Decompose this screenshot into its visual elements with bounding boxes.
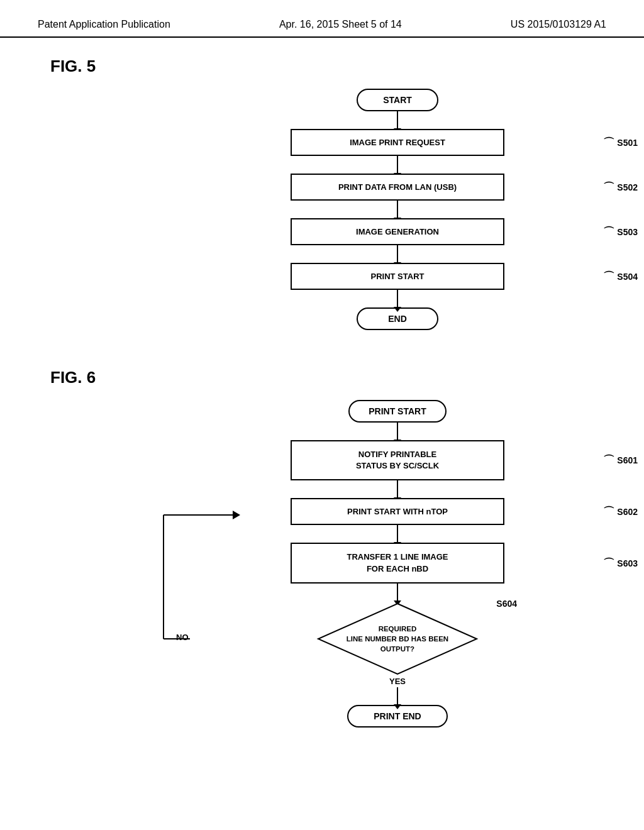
- fig5-step-s501-row: IMAGE PRINT REQUEST ⌒ S501: [126, 129, 644, 156]
- fig6-flowchart: PRINT START NOTIFY PRINTABLESTATUS BY SC…: [126, 400, 644, 728]
- fig5-step-s501: IMAGE PRINT REQUEST: [291, 129, 504, 156]
- fig5-label-s503: ⌒ S503: [603, 224, 638, 240]
- fig6-arrow-1: [397, 423, 398, 440]
- fig5-step-s502: PRINT DATA FROM LAN (USB): [291, 174, 504, 201]
- content-area: FIG. 5 START IMAGE PRINT REQUEST ⌒ S501 …: [0, 38, 644, 746]
- fig6-label-s604: S604: [496, 599, 517, 609]
- hook-icon-3: ⌒: [603, 224, 614, 240]
- fig5-label-s501: ⌒ S501: [603, 135, 638, 150]
- fig6-start: PRINT START: [348, 400, 447, 423]
- fig6-diamond-text: REQUIREDLINE NUMBER BD HAS BEENOUTPUT?: [347, 624, 448, 654]
- fig6-step-s601: NOTIFY PRINTABLESTATUS BY SC/SCLK: [291, 440, 504, 480]
- fig6-loop-area: S604 REQUIREDLINE NUMBER BD HAS BEENOUTP…: [240, 601, 555, 728]
- fig5-label-s504: ⌒ S504: [603, 269, 638, 284]
- fig6-step-s601-row: NOTIFY PRINTABLESTATUS BY SC/SCLK ⌒ S601: [126, 440, 644, 480]
- figure-6-section: FIG. 6 PRINT START NOTIFY PRINTABLESTATU…: [50, 368, 594, 728]
- fig6-step-s603-row: TRANSFER 1 LINE IMAGEFOR EACH nBD ⌒ S603: [126, 543, 644, 583]
- fig5-step-s503-row: IMAGE GENERATION ⌒ S503: [126, 218, 644, 245]
- hook-icon-7: ⌒: [603, 556, 614, 571]
- fig6-diamond-s604: REQUIREDLINE NUMBER BD HAS BEENOUTPUT?: [316, 601, 479, 677]
- fig5-start: START: [357, 89, 438, 111]
- fig6-step-s603: TRANSFER 1 LINE IMAGEFOR EACH nBD: [291, 543, 504, 583]
- arrow-5: [397, 290, 398, 307]
- fig6-step-s602-row: PRINT START WITH nTOP ⌒ S602: [126, 498, 644, 525]
- hook-icon-6: ⌒: [603, 504, 614, 519]
- fig5-step-s504: PRINT START: [291, 263, 504, 290]
- fig6-step-s602: PRINT START WITH nTOP: [291, 498, 504, 525]
- fig6-arrow-2: [397, 480, 398, 498]
- fig6-label-s603: ⌒ S603: [603, 556, 638, 571]
- arrow-4: [397, 245, 398, 263]
- fig5-step-s504-row: PRINT START ⌒ S504: [126, 263, 644, 290]
- header-left: Patent Application Publication: [38, 19, 170, 30]
- fig6-arrow-4: [397, 584, 398, 601]
- arrow-1: [397, 111, 398, 129]
- page-header: Patent Application Publication Apr. 16, …: [0, 0, 644, 38]
- hook-icon-2: ⌒: [603, 180, 614, 195]
- fig6-label-s601: ⌒ S601: [603, 453, 638, 468]
- header-center: Apr. 16, 2015 Sheet 5 of 14: [279, 19, 402, 30]
- fig5-step-s503: IMAGE GENERATION: [291, 218, 504, 245]
- fig6-arrow-3: [397, 525, 398, 543]
- fig6-label-s602: ⌒ S602: [603, 504, 638, 519]
- fig5-flowchart: START IMAGE PRINT REQUEST ⌒ S501 PRINT D…: [126, 89, 644, 330]
- fig5-label-s502: ⌒ S502: [603, 180, 638, 195]
- yes-arrow: [397, 687, 398, 705]
- page: Patent Application Publication Apr. 16, …: [0, 0, 644, 830]
- fig5-step-s502-row: PRINT DATA FROM LAN (USB) ⌒ S502: [126, 174, 644, 201]
- yes-label: YES: [389, 677, 406, 686]
- arrow-3: [397, 201, 398, 218]
- yes-branch: YES: [389, 677, 406, 705]
- hook-icon: ⌒: [603, 135, 614, 150]
- fig5-title: FIG. 5: [50, 57, 96, 76]
- no-loop-svg: [240, 638, 247, 644]
- arrow-2: [397, 156, 398, 174]
- hook-icon-4: ⌒: [603, 269, 614, 284]
- fig6-title: FIG. 6: [50, 368, 96, 387]
- hook-icon-5: ⌒: [603, 453, 614, 468]
- figure-5-section: FIG. 5 START IMAGE PRINT REQUEST ⌒ S501 …: [50, 57, 594, 330]
- no-label: NO: [176, 633, 189, 642]
- header-right: US 2015/0103129 A1: [511, 19, 606, 30]
